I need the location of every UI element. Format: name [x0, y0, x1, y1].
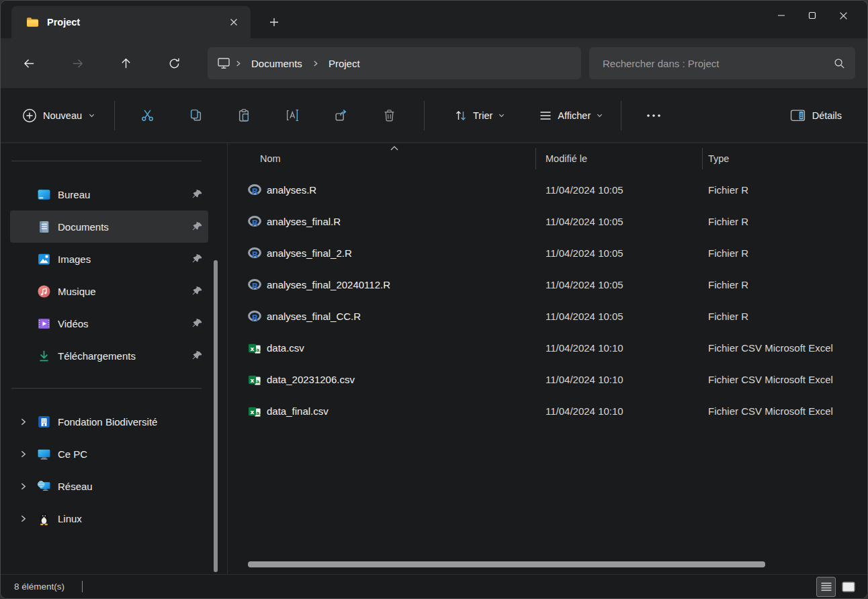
back-button[interactable]	[14, 48, 44, 78]
file-row[interactable]: analyses.R 11/04/2024 10:05 Fichier R	[228, 174, 867, 206]
toolbar-divider	[621, 101, 621, 130]
cut-icon	[140, 108, 155, 122]
sidebar-item-label: Téléchargements	[58, 350, 136, 362]
rename-icon	[286, 108, 300, 122]
close-window-button[interactable]	[828, 1, 859, 30]
file-modified: 11/04/2024 10:05	[535, 216, 702, 227]
delete-button[interactable]	[374, 101, 404, 130]
refresh-button[interactable]	[159, 48, 189, 78]
expand-chevron-icon[interactable]	[10, 450, 36, 458]
up-button[interactable]	[111, 48, 140, 78]
paste-button[interactable]	[229, 101, 259, 130]
file-row[interactable]: analyses_final_2.R 11/04/2024 10:05 Fich…	[228, 237, 867, 269]
desktop-icon	[36, 187, 51, 202]
pin-icon	[192, 319, 202, 329]
search-input[interactable]	[603, 58, 833, 69]
file-row[interactable]: analyses_final.R 11/04/2024 10:05 Fichie…	[228, 206, 867, 237]
file-row[interactable]: data.csv 11/04/2024 10:10 Fichier CSV Mi…	[228, 332, 867, 364]
sidebar-item-fondation-biodiversite[interactable]: Fondation Biodiversité	[10, 405, 208, 438]
chevron-down-icon	[498, 112, 505, 119]
details-pane-button[interactable]: Détails	[783, 101, 849, 130]
this-pc-icon[interactable]	[217, 56, 230, 70]
file-name: data_final.csv	[267, 405, 329, 417]
view-button[interactable]: Afficher	[532, 101, 610, 130]
sort-arrows-icon	[454, 109, 468, 122]
sidebar-item-reseau[interactable]: Réseau	[10, 470, 208, 502]
file-modified: 11/04/2024 10:10	[535, 342, 702, 354]
maximize-button[interactable]	[797, 1, 828, 30]
rename-button[interactable]	[277, 101, 307, 130]
more-options-button[interactable]	[639, 101, 668, 130]
linux-penguin-icon	[36, 511, 51, 526]
sidebar-item-ce-pc[interactable]: Ce PC	[10, 438, 208, 470]
thumbnail-view-icon	[842, 582, 855, 592]
network-globe-icon	[36, 479, 51, 493]
trash-icon	[382, 108, 396, 122]
file-name: data.csv	[267, 342, 304, 354]
file-name: analyses_final_2.R	[267, 247, 352, 259]
breadcrumb-item-project[interactable]: Project	[323, 55, 365, 72]
sidebar-item-label: Musique	[58, 286, 96, 297]
list-view-icon	[820, 582, 832, 592]
new-tab-button[interactable]	[263, 11, 286, 34]
copy-icon	[189, 108, 203, 122]
main-area: Bureau Documents Images	[1, 143, 867, 574]
new-button[interactable]: Nouveau	[14, 101, 103, 130]
sidebar-item-bureau[interactable]: Bureau	[10, 178, 208, 210]
sidebar-scrollbar[interactable]	[214, 260, 218, 572]
copy-button[interactable]	[181, 101, 210, 130]
minimize-icon	[777, 11, 785, 19]
column-header-name[interactable]: Nom	[228, 143, 535, 174]
column-header-type[interactable]: Type	[702, 143, 867, 174]
pin-icon	[192, 254, 202, 264]
sidebar-item-videos[interactable]: Vidéos	[10, 307, 208, 340]
expand-chevron-icon[interactable]	[10, 417, 36, 426]
search-box[interactable]	[589, 47, 855, 79]
column-header-modified[interactable]: Modifié le	[535, 143, 702, 174]
file-type: Fichier CSV Microsoft Excel	[702, 405, 867, 417]
file-row[interactable]: analyses_final_20240112.R 11/04/2024 10:…	[228, 269, 867, 301]
details-view-toggle[interactable]	[816, 577, 836, 597]
chevron-down-icon	[596, 112, 603, 119]
navigation-sidebar: Bureau Documents Images	[1, 143, 228, 574]
share-button[interactable]	[326, 101, 355, 130]
file-name: data_20231206.csv	[267, 374, 355, 385]
file-row[interactable]: analyses_final_CC.R 11/04/2024 10:05 Fic…	[228, 301, 867, 332]
sidebar-item-musique[interactable]: Musique	[10, 275, 208, 307]
file-modified: 11/04/2024 10:10	[535, 374, 702, 385]
tab-title: Project	[47, 17, 224, 28]
back-arrow-icon	[23, 57, 36, 70]
file-row[interactable]: data_final.csv 11/04/2024 10:10 Fichier …	[228, 395, 867, 427]
breadcrumb-item-documents[interactable]: Documents	[246, 55, 308, 72]
minimize-button[interactable]	[766, 1, 797, 30]
folder-icon	[26, 17, 39, 28]
file-modified: 11/04/2024 10:05	[535, 247, 702, 259]
tab-close-button[interactable]	[224, 12, 244, 32]
sidebar-item-label: Linux	[58, 513, 82, 524]
plus-circle-icon	[22, 108, 37, 123]
forward-button[interactable]	[62, 48, 92, 78]
sort-button[interactable]: Trier	[447, 101, 512, 130]
sidebar-pinned-section: Bureau Documents Images	[1, 161, 227, 388]
horizontal-scrollbar[interactable]	[248, 561, 765, 567]
toolbar-divider	[114, 101, 115, 130]
sidebar-item-telechargements[interactable]: Téléchargements	[10, 340, 208, 372]
large-icons-view-toggle[interactable]	[838, 577, 858, 597]
pin-icon	[192, 222, 202, 232]
expand-chevron-icon[interactable]	[10, 514, 36, 523]
sidebar-item-images[interactable]: Images	[10, 243, 208, 275]
sidebar-item-linux[interactable]: Linux	[10, 502, 208, 534]
explorer-tab[interactable]: Project	[11, 6, 251, 38]
details-button-label: Détails	[812, 110, 842, 121]
breadcrumb-chevron-icon	[234, 60, 242, 67]
expand-chevron-icon[interactable]	[10, 482, 36, 491]
view-toggles	[816, 577, 858, 597]
search-icon[interactable]	[833, 57, 846, 70]
sidebar-item-documents[interactable]: Documents	[10, 210, 208, 243]
file-rows: analyses.R 11/04/2024 10:05 Fichier R an…	[228, 174, 867, 574]
file-modified: 11/04/2024 10:05	[535, 311, 702, 322]
music-icon	[36, 284, 51, 298]
cut-button[interactable]	[132, 101, 162, 130]
status-bar: 8 élément(s)	[1, 574, 867, 598]
file-row[interactable]: data_20231206.csv 11/04/2024 10:10 Fichi…	[228, 364, 867, 395]
